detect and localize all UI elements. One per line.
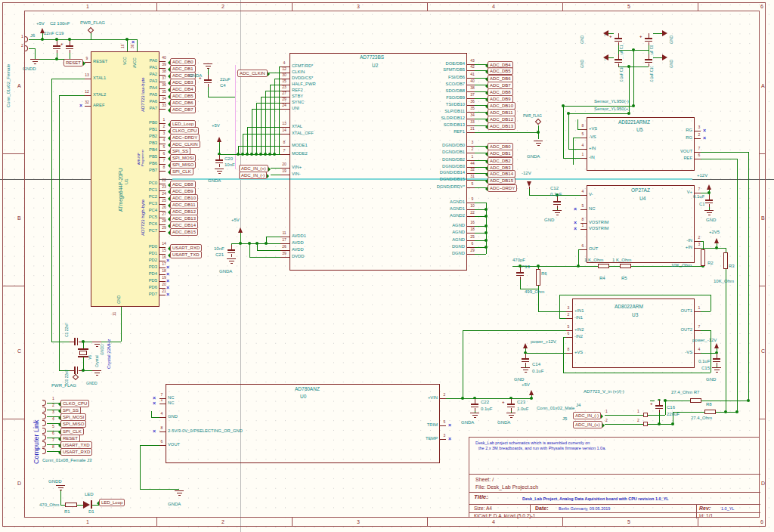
frame-row-A: A <box>761 83 765 88</box>
frame-col-1: 1 <box>86 4 89 9</box>
frame-col-2: 2 <box>221 4 224 9</box>
frame-tick <box>2 153 24 154</box>
frame-tick <box>156 2 157 11</box>
frame-row-B: B <box>17 215 21 221</box>
frame-row-A: A <box>17 83 21 88</box>
frame-row-C: C <box>17 348 21 354</box>
frame-tick <box>427 2 428 11</box>
frame-tick <box>698 518 698 527</box>
frame-tick <box>760 286 766 286</box>
frame-col-2: 2 <box>221 519 224 524</box>
frame-tick <box>156 518 157 527</box>
frame-tick <box>760 153 766 154</box>
frame-col-5: 5 <box>627 519 630 524</box>
frame-col-4: 4 <box>492 4 495 9</box>
frame-col-3: 3 <box>357 519 360 524</box>
frame-col-3: 3 <box>357 4 360 9</box>
frame-tick <box>562 518 563 527</box>
frame-tick <box>292 2 293 11</box>
frame-col-6: 6 <box>760 519 763 524</box>
frame-col-5: 5 <box>627 4 630 9</box>
schematic-canvas[interactable]: Desk_Lab project schematics which is ass… <box>0 0 774 532</box>
sheet-border-inner <box>24 11 760 518</box>
frame-row-B: B <box>761 215 765 221</box>
frame-col-1: 1 <box>86 519 89 524</box>
frame-tick <box>292 518 293 527</box>
frame-col-6: 6 <box>760 4 763 9</box>
frame-tick <box>427 518 428 527</box>
frame-tick <box>760 419 766 419</box>
frame-row-C: C <box>761 348 765 354</box>
frame-col-4: 4 <box>492 519 495 524</box>
frame-row-D: D <box>761 481 765 486</box>
frame-tick <box>2 286 24 286</box>
frame-tick <box>2 419 24 419</box>
frame-row-D: D <box>17 481 21 486</box>
frame-tick <box>698 2 698 11</box>
frame-tick <box>562 2 563 11</box>
